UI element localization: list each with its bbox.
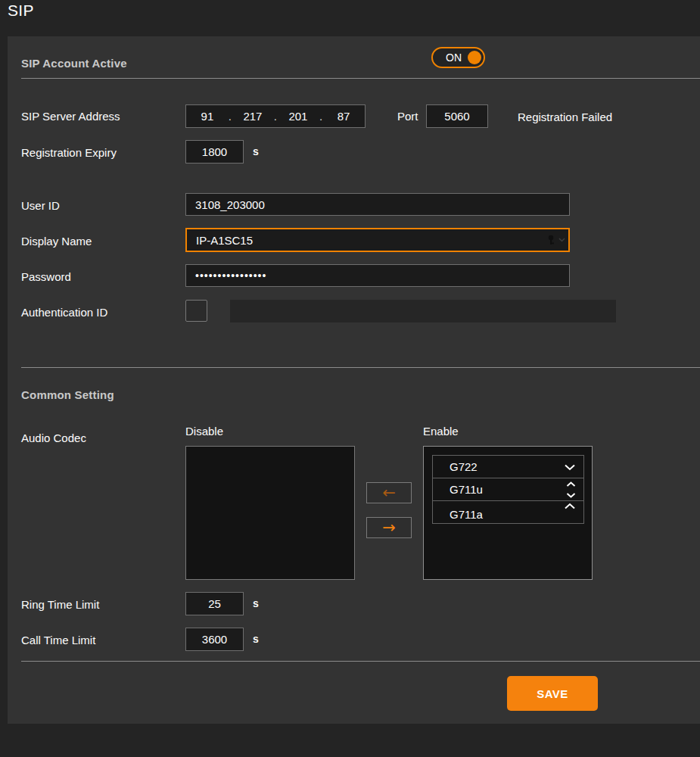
sip-server-address-input[interactable]: 91 . 217 . 201 . 87: [185, 104, 366, 128]
divider: [21, 78, 700, 79]
chevron-down-icon[interactable]: [564, 464, 576, 471]
expiry-unit-label: s: [253, 145, 259, 157]
sip-account-active-toggle[interactable]: ON: [431, 47, 485, 68]
key-icon: [547, 235, 557, 245]
user-id-input[interactable]: [185, 193, 570, 216]
display-name-label: Display Name: [21, 235, 92, 248]
toggle-knob: [468, 51, 481, 64]
ring-time-limit-label: Ring Time Limit: [21, 598, 99, 611]
page-title: SIP: [8, 2, 34, 20]
ip-octet-2[interactable]: 217: [243, 110, 263, 123]
codec-row-g722[interactable]: G722: [432, 455, 584, 478]
disabled-codecs-listbox[interactable]: [185, 446, 355, 580]
ip-separator: .: [274, 110, 277, 123]
ip-octet-1[interactable]: 91: [198, 110, 217, 123]
disable-list-label: Disable: [185, 425, 223, 438]
chevron-up-icon[interactable]: [564, 503, 576, 509]
move-to-enable-button[interactable]: →: [366, 517, 412, 538]
call-time-limit-label: Call Time Limit: [21, 634, 95, 646]
ip-octet-4[interactable]: 87: [334, 110, 353, 123]
password-input[interactable]: [185, 264, 570, 287]
call-time-limit-input[interactable]: [185, 628, 244, 651]
audio-codec-label: Audio Codec: [21, 431, 86, 444]
right-arrow-icon: →: [382, 520, 396, 536]
save-button[interactable]: SAVE: [507, 676, 598, 711]
move-to-disable-button[interactable]: ←: [366, 482, 412, 503]
call-unit-label: s: [253, 633, 259, 645]
sip-server-address-label: SIP Server Address: [21, 110, 120, 123]
settings-panel: SIP Account Active ON SIP Server Address…: [8, 36, 700, 724]
user-id-label: User ID: [21, 199, 60, 212]
password-label: Password: [21, 270, 71, 283]
ip-separator: .: [319, 110, 322, 123]
ip-separator: .: [229, 110, 232, 123]
chevron-down-icon: [558, 238, 565, 242]
codec-name: G711u: [450, 483, 483, 496]
ip-octet-3[interactable]: 201: [288, 110, 308, 123]
chevron-up-down-icon[interactable]: [566, 481, 576, 499]
codec-row-g711u[interactable]: G711u: [432, 478, 584, 501]
codec-name: G711a: [450, 508, 483, 521]
autofill-adornment[interactable]: [547, 234, 571, 246]
sip-account-active-label: SIP Account Active: [21, 57, 127, 70]
enable-list-label: Enable: [423, 425, 459, 438]
toggle-state-label: ON: [446, 51, 462, 64]
ring-unit-label: s: [253, 597, 259, 609]
authentication-id-checkbox[interactable]: [185, 300, 207, 322]
authentication-id-input: [230, 300, 616, 322]
port-input[interactable]: [426, 104, 488, 128]
divider: [21, 367, 700, 368]
sip-settings-page: SIP SIP Account Active ON SIP Server Add…: [0, 0, 700, 757]
enabled-codecs-listbox[interactable]: G722 G711u G711a: [423, 446, 593, 580]
registration-expiry-input[interactable]: [185, 140, 244, 164]
port-label: Port: [397, 110, 418, 123]
authentication-id-label: Authentication ID: [21, 306, 107, 319]
common-setting-header: Common Setting: [21, 388, 114, 401]
codec-name: G722: [450, 460, 478, 473]
display-name-input[interactable]: [185, 228, 570, 252]
divider: [21, 661, 700, 662]
registration-status-text: Registration Failed: [518, 111, 612, 123]
ring-time-limit-input[interactable]: [185, 592, 244, 615]
left-arrow-icon: ←: [382, 485, 396, 501]
codec-row-g711a[interactable]: G711a: [432, 500, 584, 524]
registration-expiry-label: Registration Expiry: [21, 146, 117, 159]
